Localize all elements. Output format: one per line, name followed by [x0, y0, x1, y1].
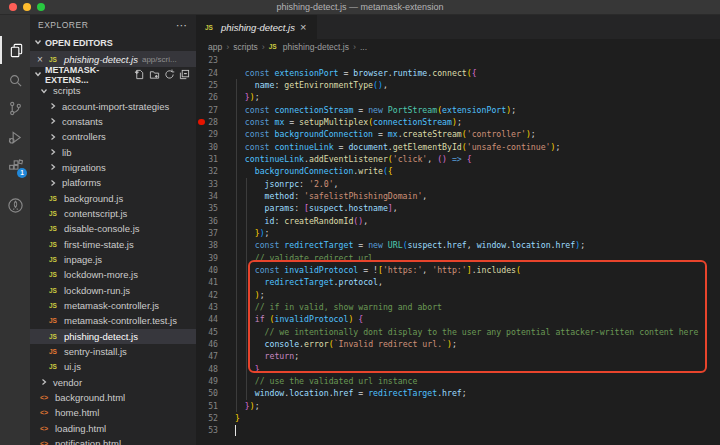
tree-item-loading.html[interactable]: <>loading.html — [30, 421, 196, 436]
tree-item-metamask-controller.js[interactable]: JSmetamask-controller.js — [30, 298, 196, 313]
line-number[interactable]: 44 — [196, 314, 218, 324]
line-number[interactable]: 34 — [196, 191, 218, 201]
line-number[interactable]: 27 — [196, 105, 218, 115]
tree-item-scripts[interactable]: scripts — [30, 83, 196, 98]
code-line-52[interactable]: 52} — [196, 412, 720, 424]
code-line-40[interactable]: 40 const invalidProtocol = !['https:', '… — [196, 264, 720, 276]
line-number[interactable]: 30 — [196, 142, 218, 152]
line-number[interactable]: 47 — [196, 351, 218, 361]
line-number[interactable]: 31 — [196, 154, 218, 164]
line-number[interactable]: 37 — [196, 228, 218, 238]
line-number[interactable]: 46 — [196, 339, 218, 349]
tree-item-controllers[interactable]: controllers — [30, 129, 196, 144]
new-file-icon[interactable] — [134, 69, 145, 82]
tree-item-migrations[interactable]: migrations — [30, 160, 196, 175]
open-editors-section[interactable]: OPEN EDITORS — [30, 35, 196, 51]
tree-item-constants[interactable]: constants — [30, 114, 196, 129]
line-number[interactable]: 24 — [196, 68, 218, 78]
tree-item-vendor[interactable]: vendor — [30, 375, 196, 390]
line-number[interactable]: 52 — [196, 413, 218, 423]
breadcrumb-item-phishing-detect.js[interactable]: JSphishing-detect.js — [269, 42, 349, 52]
code-line-37[interactable]: 37 }); — [196, 227, 720, 239]
breadcrumb-item-app[interactable]: app — [208, 42, 222, 52]
code-line-27[interactable]: 27 const connectionStream = new PortStre… — [196, 103, 720, 115]
code-line-35[interactable]: 35 params: [suspect.hostname], — [196, 202, 720, 214]
code-line-46[interactable]: 46 console.error(`Invalid redirect url.`… — [196, 338, 720, 350]
code-line-29[interactable]: 29 const backgroundConnection = mx.creat… — [196, 128, 720, 140]
line-number[interactable]: 35 — [196, 203, 218, 213]
code-line-34[interactable]: 34 method: 'safelistPhishingDomain', — [196, 190, 720, 202]
tree-item-inpage.js[interactable]: JSinpage.js — [30, 252, 196, 267]
line-number[interactable]: 51 — [196, 401, 218, 411]
code-line-26[interactable]: 26 }); — [196, 91, 720, 103]
tree-item-metamask-controller.test.js[interactable]: JSmetamask-controller.test.js — [30, 313, 196, 328]
code-line-44[interactable]: 44 if (invalidProtocol) { — [196, 313, 720, 325]
tree-item-lockdown-run.js[interactable]: JSlockdown-run.js — [30, 282, 196, 297]
refresh-icon[interactable] — [164, 69, 175, 82]
tree-item-lib[interactable]: lib — [30, 144, 196, 159]
line-number[interactable]: 33 — [196, 179, 218, 189]
code-line-23[interactable]: 23 — [196, 54, 720, 66]
line-number[interactable]: 25 — [196, 80, 218, 90]
line-number[interactable]: 53 — [196, 425, 218, 435]
code-line-31[interactable]: 31 continueLink.addEventListener('click'… — [196, 153, 720, 165]
tree-item-first-time-state.js[interactable]: JSfirst-time-state.js — [30, 236, 196, 251]
line-number[interactable]: 49 — [196, 376, 218, 386]
code-line-47[interactable]: 47 return; — [196, 350, 720, 362]
tab-phishing-detect[interactable]: JS phishing-detect.js × — [196, 15, 317, 39]
code-line-48[interactable]: 48 } — [196, 363, 720, 375]
search-icon[interactable] — [0, 66, 30, 94]
rocket-icon[interactable] — [0, 191, 30, 219]
code-line-43[interactable]: 43 // if in valid, show warning and abor… — [196, 301, 720, 313]
tree-item-platforms[interactable]: platforms — [30, 175, 196, 190]
code-line-42[interactable]: 42 ); — [196, 289, 720, 301]
collapse-all-icon[interactable] — [179, 69, 190, 82]
tree-item-sentry-install.js[interactable]: JSsentry-install.js — [30, 344, 196, 359]
breadcrumb-item-scripts[interactable]: scripts — [233, 42, 258, 52]
code-line-39[interactable]: 39 // validate redirect url — [196, 252, 720, 264]
code-line-38[interactable]: 38 const redirectTarget = new URL(suspec… — [196, 239, 720, 251]
line-number[interactable]: 39 — [196, 253, 218, 263]
tree-item-home.html[interactable]: <>home.html — [30, 405, 196, 420]
close-tab-icon[interactable]: × — [300, 21, 308, 33]
code-line-50[interactable]: 50 window.location.href = redirectTarget… — [196, 387, 720, 399]
line-number[interactable]: 38 — [196, 240, 218, 250]
code-line-45[interactable]: 45 // we intentionally dont display to t… — [196, 326, 720, 338]
tree-item-disable-console.js[interactable]: JSdisable-console.js — [30, 221, 196, 236]
line-number[interactable]: 36 — [196, 216, 218, 226]
code-line-28[interactable]: 28 const mx = setupMultiplex(connectionS… — [196, 116, 720, 128]
breakpoint-icon[interactable] — [198, 119, 205, 126]
code-line-32[interactable]: 32 backgroundConnection.write({ — [196, 165, 720, 177]
close-editor-icon[interactable]: × — [37, 54, 45, 65]
workspace-section[interactable]: METAMASK-EXTENS... — [30, 67, 196, 83]
tree-item-lockdown-more.js[interactable]: JSlockdown-more.js — [30, 267, 196, 282]
tree-item-background.html[interactable]: <>background.html — [30, 390, 196, 405]
code-line-36[interactable]: 36 id: createRandomId(), — [196, 214, 720, 226]
explorer-icon[interactable] — [0, 36, 30, 64]
breadcrumb-item-...[interactable]: ... — [360, 42, 367, 52]
new-folder-icon[interactable] — [149, 69, 160, 82]
code-editor[interactable]: 2324 const extensionPort = browser.runti… — [196, 54, 720, 445]
line-number[interactable]: 45 — [196, 327, 218, 337]
tree-item-phishing-detect.js[interactable]: JSphishing-detect.js — [30, 329, 196, 344]
code-line-53[interactable]: 53 — [196, 424, 720, 436]
code-line-41[interactable]: 41 redirectTarget.protocol, — [196, 276, 720, 288]
tree-item-background.js[interactable]: JSbackground.js — [30, 190, 196, 205]
code-line-24[interactable]: 24 const extensionPort = browser.runtime… — [196, 66, 720, 78]
line-number[interactable]: 42 — [196, 290, 218, 300]
line-number[interactable]: 26 — [196, 92, 218, 102]
tree-item-contentscript.js[interactable]: JScontentscript.js — [30, 206, 196, 221]
run-debug-icon[interactable] — [0, 123, 30, 151]
code-line-33[interactable]: 33 jsonrpc: '2.0', — [196, 177, 720, 189]
code-line-25[interactable]: 25 name: getEnvironmentType(), — [196, 79, 720, 91]
line-number[interactable]: 29 — [196, 129, 218, 139]
line-number[interactable]: 43 — [196, 302, 218, 312]
line-number[interactable]: 41 — [196, 277, 218, 287]
extensions-icon[interactable]: 1 — [0, 152, 30, 180]
code-line-30[interactable]: 30 const continueLink = document.getElem… — [196, 140, 720, 152]
line-number[interactable]: 23 — [196, 55, 218, 65]
line-number[interactable]: 48 — [196, 364, 218, 374]
line-number[interactable]: 40 — [196, 265, 218, 275]
line-number[interactable]: 50 — [196, 388, 218, 398]
source-control-icon[interactable] — [0, 94, 30, 122]
